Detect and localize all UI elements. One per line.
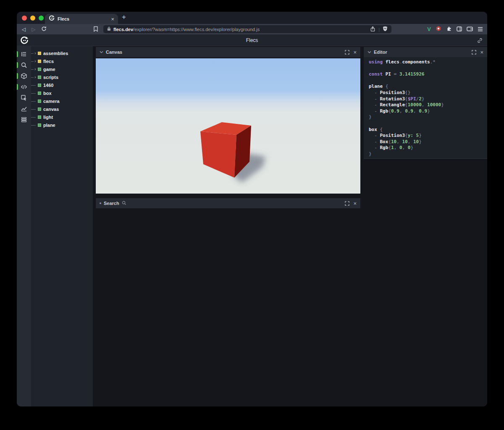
line-chart-icon — [21, 105, 27, 112]
entity-color-square — [38, 115, 41, 119]
editor-panel-header[interactable]: Editor × — [364, 47, 487, 57]
forward-button[interactable]: ▷ — [32, 26, 35, 32]
chevron-down-icon[interactable] — [100, 51, 103, 53]
tree-item[interactable]: 1460 — [31, 81, 93, 89]
tree-item[interactable]: ›game — [31, 66, 93, 73]
editor-panel: Editor × using flecs.components.* const … — [364, 47, 487, 159]
tree-item[interactable]: ›scripts — [31, 73, 93, 81]
tree-item[interactable]: canvas — [31, 105, 93, 113]
entity-color-square — [38, 84, 41, 87]
tree-item-label: camera — [43, 99, 60, 104]
tree-item-label: assemblies — [43, 51, 68, 56]
fullscreen-icon[interactable] — [345, 201, 349, 206]
page-title: Flecs — [17, 37, 487, 43]
collapsed-bullet-icon[interactable] — [100, 202, 101, 204]
chevron-down-icon[interactable] — [368, 51, 371, 53]
lock-icon — [107, 26, 111, 32]
address-bar[interactable]: flecs.dev/explorer/?wasm=https://www.fle… — [103, 25, 391, 33]
tree-connector — [31, 109, 36, 110]
active-indicator — [17, 117, 18, 123]
tree-view-icon — [21, 51, 27, 58]
fullscreen-icon[interactable] — [472, 50, 476, 55]
sidebar-item-script[interactable] — [17, 81, 31, 92]
expand-arrow-icon[interactable]: › — [34, 74, 36, 79]
sidebar-item-entities[interactable] — [17, 71, 31, 81]
share-icon[interactable] — [370, 26, 375, 33]
browser-tab[interactable]: Flecs × — [45, 14, 118, 24]
reload-button[interactable] — [41, 26, 47, 33]
tree-item[interactable]: camera — [31, 97, 93, 105]
app-content: ›assemblies›flecs›game›scripts1460boxcam… — [17, 46, 487, 406]
entity-color-square — [38, 100, 41, 103]
canvas-panel-title: Canvas — [106, 50, 122, 55]
sidebar-item-inspect[interactable] — [17, 92, 31, 103]
browser-toolbar: ◁ ▷ flecs.dev/explorer/?wasm=https://www… — [17, 24, 487, 34]
vue-devtools-icon[interactable]: V — [427, 26, 431, 32]
wallet-icon[interactable] — [467, 26, 473, 33]
scene-render — [96, 58, 360, 194]
entity-color-square — [38, 108, 41, 111]
tree-item[interactable]: ›assemblies — [31, 50, 93, 58]
sidebar-item-statistics[interactable] — [17, 103, 31, 114]
fullscreen-icon[interactable] — [345, 50, 349, 55]
tree-item[interactable]: box — [31, 89, 93, 97]
close-icon[interactable]: × — [353, 50, 357, 55]
sidebar-item-queries[interactable] — [17, 114, 31, 125]
active-indicator — [17, 51, 18, 57]
tree-item-label: light — [43, 115, 53, 120]
cube-front-face — [200, 131, 236, 178]
traffic-light-close[interactable] — [22, 16, 27, 21]
url-path: /explorer/?wasm=https://www.flecs.dev/ex… — [133, 27, 260, 32]
tree-item[interactable]: plane — [31, 121, 93, 129]
active-indicator — [17, 106, 18, 112]
entity-color-square — [38, 123, 41, 127]
traffic-light-minimize[interactable] — [30, 16, 35, 21]
search-panel-header[interactable]: Search × — [96, 198, 360, 208]
bookmark-icon[interactable] — [93, 26, 98, 34]
sidebar-item-search[interactable] — [17, 60, 31, 71]
close-icon[interactable]: × — [480, 50, 483, 55]
tree-item-label: scripts — [43, 75, 58, 80]
close-icon[interactable]: × — [353, 201, 357, 206]
editor-code[interactable]: using flecs.components.* const PI = 3.14… — [364, 57, 487, 159]
new-tab-button[interactable]: + — [122, 13, 126, 21]
url-separator: | — [378, 27, 380, 32]
browser-window: Flecs × + ◁ ▷ flecs.dev/explorer/?wasm=h… — [17, 12, 487, 406]
active-indicator — [17, 95, 18, 101]
expand-arrow-icon[interactable]: › — [34, 58, 36, 63]
sidebar-item-entity-tree[interactable] — [17, 49, 31, 60]
entity-color-square — [38, 60, 41, 63]
rows-icon — [21, 116, 27, 123]
entity-color-square — [38, 68, 41, 71]
expand-arrow-icon[interactable]: › — [34, 66, 36, 71]
icon-sidebar — [17, 46, 31, 406]
expand-arrow-icon[interactable]: › — [34, 50, 36, 55]
canvas-panel-header[interactable]: Canvas × — [96, 47, 360, 57]
tree-item-label: 1460 — [43, 83, 53, 88]
tree-connector — [31, 85, 36, 86]
tree-item-label: flecs — [43, 59, 54, 64]
tree-item[interactable]: light — [31, 113, 93, 121]
search-icon — [122, 201, 126, 206]
package-cube-icon — [21, 73, 27, 79]
tree-connector — [31, 93, 36, 94]
search-panel: Search × — [96, 198, 360, 208]
share-link-icon[interactable] — [477, 37, 483, 45]
entity-color-square — [38, 52, 41, 55]
tree-item[interactable]: ›flecs — [31, 58, 93, 66]
traffic-light-zoom[interactable] — [39, 16, 44, 21]
tree-connector — [31, 101, 36, 102]
side-panel-icon[interactable] — [457, 26, 462, 33]
tab-favicon-flecs-icon — [49, 15, 55, 23]
tab-close-icon[interactable]: × — [111, 16, 114, 22]
tab-title: Flecs — [58, 16, 69, 21]
3d-viewport[interactable] — [96, 57, 360, 194]
tree-item-label: box — [43, 91, 52, 96]
tree-item-label: canvas — [43, 107, 59, 112]
back-button[interactable]: ◁ — [22, 26, 26, 32]
adblock-icon[interactable] — [436, 26, 441, 33]
brave-shield-icon[interactable] — [383, 26, 388, 32]
tree-connector — [31, 53, 34, 54]
extensions-puzzle-icon[interactable] — [446, 26, 452, 33]
menu-hamburger-icon[interactable] — [478, 26, 483, 33]
